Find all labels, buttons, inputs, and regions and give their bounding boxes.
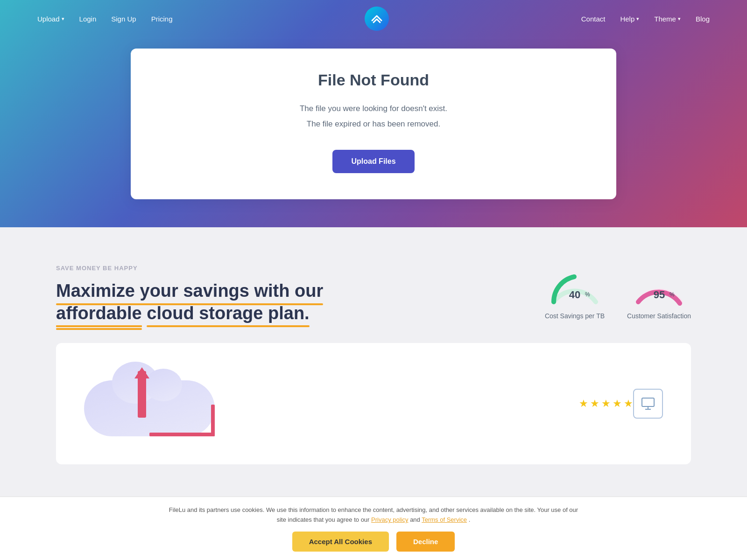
chevron-down-icon: ▾ [636,16,639,22]
gauge-chart-1: 40 % [547,269,603,307]
gauge-label-1: Cost Savings per TB [545,312,605,320]
svg-text:40: 40 [569,289,580,301]
monitor-icon [633,389,663,419]
nav-login[interactable]: Login [79,15,97,23]
gauge-chart-2: 95 % [631,269,687,307]
nav-help[interactable]: Help ▾ [620,15,639,23]
navbar: Upload ▾ Login Sign Up Pricing Contact H… [0,0,747,37]
star-4: ★ [613,398,622,410]
promo-card: ★ ★ ★ ★ ★ [56,343,691,464]
cloud-illustration [84,362,233,446]
underline-decoration [56,325,142,327]
star-2: ★ [590,398,599,410]
upload-line [149,433,215,436]
error-title: File Not Found [159,71,588,89]
nav-signup[interactable]: Sign Up [111,15,136,23]
section-tag: SAVE MONEY BE HAPPY [56,265,323,272]
svg-text:%: % [669,291,675,298]
star-rating: ★ ★ ★ ★ ★ [579,398,633,410]
gauge-satisfaction: 95 % Customer Satisfaction [627,269,691,320]
svg-text:%: % [585,291,590,298]
site-logo[interactable] [365,7,389,31]
svg-text:95: 95 [653,289,664,301]
error-card: File Not Found The file you were looking… [131,49,616,199]
section-right: 40 % Cost Savings per TB 95 % Customer S… [545,265,691,320]
error-line1: The file you were looking for doesn't ex… [159,102,588,115]
chevron-down-icon: ▾ [678,16,681,22]
nav-left: Upload ▾ Login Sign Up Pricing [37,15,172,23]
section-left: SAVE MONEY BE HAPPY Maximize your saving… [56,265,323,324]
highlighted-word: affordable [56,302,142,325]
star-3: ★ [601,398,611,410]
svg-rect-4 [642,398,654,406]
section-top: SAVE MONEY BE HAPPY Maximize your saving… [56,265,691,324]
gauge-cost-savings: 40 % Cost Savings per TB [545,269,605,320]
cloud-body [84,380,215,436]
nav-contact[interactable]: Contact [581,15,606,23]
nav-blog[interactable]: Blog [696,15,710,23]
upload-arrow [138,371,146,418]
savings-section: SAVE MONEY BE HAPPY Maximize your saving… [0,227,747,483]
nav-pricing[interactable]: Pricing [151,15,173,23]
section-title: Maximize your savings with our affordabl… [56,280,323,324]
nav-upload[interactable]: Upload ▾ [37,15,64,23]
chevron-down-icon: ▾ [62,16,64,22]
upload-files-button[interactable]: Upload Files [332,150,414,173]
nav-theme[interactable]: Theme ▾ [654,15,681,23]
nav-right: Contact Help ▾ Theme ▾ Blog [581,15,710,23]
error-line2: The file expired or has been removed. [159,118,588,130]
star-1: ★ [579,398,588,410]
gauge-label-2: Customer Satisfaction [627,312,691,320]
star-5: ★ [624,398,633,410]
rating-section: ★ ★ ★ ★ ★ [579,398,633,410]
